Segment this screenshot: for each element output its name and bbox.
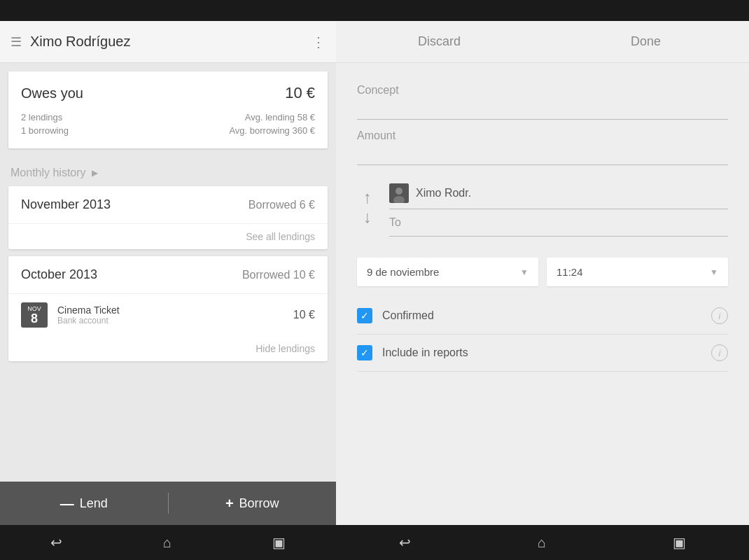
right-content: Concept Amount ↑ ↓ [336, 63, 749, 560]
left-top-status-bar [0, 0, 336, 21]
from-to-section: ↑ ↓ Ximo Rodr. To [357, 178, 728, 237]
confirmed-row[interactable]: ✓ Confirmed i [357, 298, 728, 335]
transaction-title: Cinema Ticket [57, 304, 293, 316]
borrow-button[interactable]: + Borrow [169, 482, 337, 525]
october-header[interactable]: October 2013 Borrowed 10 € [8, 256, 328, 294]
back-icon[interactable]: ↩ [50, 534, 62, 551]
november-label: November 2013 [21, 197, 111, 212]
amount-field: Amount [357, 122, 728, 165]
right-bottom-nav: ↩ ⌂ ▣ [336, 525, 749, 560]
left-header: ☰ Ximo Rodríguez ⋮ [0, 21, 336, 63]
amount-input[interactable] [357, 146, 728, 165]
summary-card: Owes you 10 € 2 lendings Avg. lending 58… [8, 71, 328, 148]
transaction-amount: 10 € [293, 309, 315, 321]
time-picker-arrow-icon: ▼ [710, 267, 718, 277]
stat-row-1: 2 lendings Avg. lending 58 € [21, 112, 315, 122]
transaction-info: Cinema Ticket Bank account [57, 304, 293, 326]
lendings-count: 2 lendings [21, 112, 62, 122]
include-in-reports-info-icon[interactable]: i [711, 344, 728, 361]
right-panel: Discard Done Concept Amount ↑ ↓ [336, 0, 749, 560]
borrow-plus-icon: + [225, 496, 234, 512]
monthly-history-arrow-icon: ▶ [92, 168, 98, 178]
right-recents-icon[interactable]: ▣ [673, 534, 686, 551]
concept-input[interactable] [357, 101, 728, 120]
arrow-up-icon: ↑ [363, 188, 372, 207]
date-picker-arrow-icon: ▼ [520, 267, 528, 277]
recents-icon[interactable]: ▣ [272, 534, 286, 551]
concept-label: Concept [357, 77, 728, 101]
done-button[interactable]: Done [542, 21, 749, 62]
confirmed-label: Confirmed [382, 309, 711, 322]
monthly-history-header[interactable]: Monthly history ▶ [0, 157, 336, 186]
month-section-november: November 2013 Borrowed 6 € See all lendi… [8, 186, 328, 249]
avg-lending: Avg. lending 58 € [245, 112, 315, 122]
date-badge-day: 8 [25, 312, 43, 325]
time-value: 11:24 [556, 266, 583, 278]
include-in-reports-checkmark-icon: ✓ [360, 347, 369, 358]
menu-icon[interactable]: ☰ [10, 34, 22, 50]
hide-lendings-button[interactable]: Hide lendings [8, 336, 328, 361]
lend-label: Lend [80, 496, 108, 511]
transaction-row[interactable]: NOV 8 Cinema Ticket Bank account 10 € [8, 294, 328, 336]
right-header: Discard Done [336, 21, 749, 63]
right-home-icon[interactable]: ⌂ [538, 535, 546, 551]
avg-borrowing: Avg. borrowing 360 € [229, 125, 315, 136]
from-name: Ximo Rodr. [416, 187, 471, 200]
november-header[interactable]: November 2013 Borrowed 6 € [8, 186, 328, 224]
swap-arrows-icon[interactable]: ↑ ↓ [357, 188, 378, 227]
amount-label: Amount [357, 122, 728, 146]
november-amount: Borrowed 6 € [248, 199, 315, 211]
left-bottom-nav: ↩ ⌂ ▣ [0, 525, 336, 560]
lend-button[interactable]: — Lend [0, 482, 168, 525]
confirmed-checkmark-icon: ✓ [360, 310, 369, 321]
total-amount: 10 € [285, 84, 315, 102]
borrow-label: Borrow [239, 496, 279, 511]
owes-you-label: Owes you [21, 85, 83, 102]
page-title: Ximo Rodríguez [30, 34, 312, 50]
to-label: To [389, 216, 401, 228]
include-in-reports-checkbox[interactable]: ✓ [357, 345, 372, 360]
right-top-status-bar [336, 0, 749, 21]
include-in-reports-row[interactable]: ✓ Include in reports i [357, 335, 728, 372]
summary-top: Owes you 10 € [21, 84, 315, 102]
transaction-sub: Bank account [57, 316, 293, 326]
date-picker[interactable]: 9 de noviembre ▼ [357, 258, 538, 286]
svg-point-1 [396, 188, 402, 195]
lend-minus-icon: — [60, 496, 74, 512]
confirmed-info-icon[interactable]: i [711, 307, 728, 324]
right-back-icon[interactable]: ↩ [399, 534, 411, 551]
time-picker[interactable]: 11:24 ▼ [547, 258, 728, 286]
date-time-row: 9 de noviembre ▼ 11:24 ▼ [357, 258, 728, 286]
october-label: October 2013 [21, 267, 97, 282]
summary-stats: 2 lendings Avg. lending 58 € 1 borrowing… [21, 112, 315, 136]
home-icon[interactable]: ⌂ [163, 535, 172, 551]
confirmed-checkbox[interactable]: ✓ [357, 308, 372, 323]
stat-row-2: 1 borrowing Avg. borrowing 360 € [21, 125, 315, 136]
borrowings-count: 1 borrowing [21, 125, 69, 136]
discard-button[interactable]: Discard [336, 21, 542, 62]
arrow-down-icon: ↓ [363, 207, 372, 227]
to-field[interactable]: To [389, 209, 728, 237]
monthly-history-label: Monthly history [10, 167, 86, 179]
date-badge: NOV 8 [21, 302, 48, 328]
include-in-reports-label: Include in reports [382, 346, 711, 359]
avatar [389, 183, 409, 203]
from-field[interactable]: Ximo Rodr. [389, 178, 728, 209]
concept-field: Concept [357, 77, 728, 120]
from-to-fields: Ximo Rodr. To [389, 178, 728, 237]
see-all-lendings-button[interactable]: See all lendings [8, 224, 328, 249]
month-section-october: October 2013 Borrowed 10 € NOV 8 Cinema … [8, 256, 328, 361]
october-amount: Borrowed 10 € [242, 269, 315, 281]
date-value: 9 de noviembre [367, 266, 439, 278]
left-panel: ☰ Ximo Rodríguez ⋮ Owes you 10 € 2 lendi… [0, 0, 336, 560]
bottom-action-bar: — Lend + Borrow [0, 482, 336, 525]
more-options-icon[interactable]: ⋮ [312, 34, 326, 50]
